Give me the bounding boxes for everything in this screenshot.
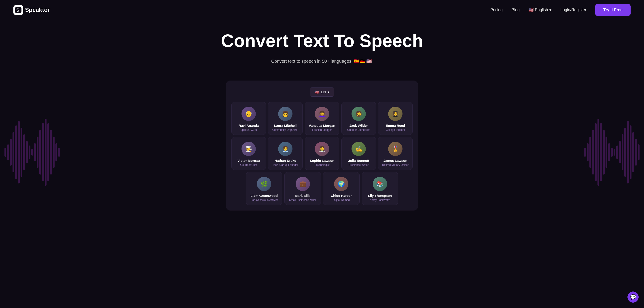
voice-role: Fashion Blogger: [308, 128, 336, 132]
avatar-emoji: ✍️: [355, 146, 362, 153]
voice-avatar: 🌍: [334, 177, 348, 191]
voice-role: Spiritual Guru: [234, 128, 263, 132]
voice-name: Victor Moreau: [234, 159, 263, 162]
voice-role: Eco-Conscious Activist: [249, 198, 280, 201]
chevron-down-icon: ▾: [328, 90, 330, 94]
avatar-emoji: 🧔: [355, 111, 362, 117]
voice-card[interactable]: 🧔 Jack Wilder Outdoor Enthusiast: [342, 102, 376, 135]
voice-name: James Lawson: [381, 159, 410, 162]
nav-language[interactable]: 🇺🇸 English ▾: [528, 7, 552, 12]
voice-role: Outdoor Enthusiast: [344, 128, 373, 132]
nav-login[interactable]: Login/Register: [560, 7, 586, 12]
avatar-emoji: 🌍: [338, 180, 345, 187]
voice-avatar: 👴: [242, 107, 256, 121]
voice-role: Psychologist: [308, 163, 336, 166]
logo[interactable]: S Speaktor: [14, 5, 50, 15]
try-free-button[interactable]: Try It Free: [595, 4, 630, 16]
voice-avatar: 👩‍⚕️: [315, 142, 329, 156]
lang-flag: 🇺🇸: [314, 90, 319, 94]
hero-title: Convert Text To Speech: [4, 31, 640, 51]
avatar-placeholder: 👨‍🍳: [242, 142, 256, 156]
avatar-placeholder: 💼: [296, 177, 310, 191]
avatar-placeholder: 👩‍🎓: [388, 107, 402, 121]
avatar-emoji: 🧑‍💼: [282, 146, 289, 153]
avatar-placeholder: 👩: [278, 107, 292, 121]
language-selector: 🇺🇸 EN ▾: [232, 88, 412, 97]
voice-name: Ravi Ananda: [234, 124, 263, 128]
avatar-placeholder: 👩‍🦱: [315, 107, 329, 121]
voice-name: Liam Greenwood: [249, 194, 280, 197]
language-label: English: [535, 7, 548, 12]
voice-role: College Student: [381, 128, 410, 132]
logo-box: S: [14, 5, 23, 15]
voice-avatar: 🧔: [352, 107, 366, 121]
voice-name: Jack Wilder: [344, 124, 373, 128]
voice-avatar: 👩‍🦱: [315, 107, 329, 121]
voice-card[interactable]: 👨‍🍳 Victor Moreau Gourmet Chef: [232, 137, 266, 170]
voice-grid-row1: 👴 Ravi Ananda Spiritual Guru 👩 Laura Mit…: [232, 102, 412, 135]
voice-card[interactable]: 👩‍🎓 Emma Reed College Student: [378, 102, 412, 135]
voice-avatar: 🎖️: [388, 142, 402, 156]
avatar-emoji: 👨‍🍳: [245, 146, 252, 153]
chat-bubble-button[interactable]: 💬: [628, 292, 639, 303]
nav-pricing[interactable]: Pricing: [490, 7, 503, 12]
flag-icon: 🇺🇸: [528, 7, 534, 12]
waveform-right: [584, 119, 640, 186]
voice-avatar: 💼: [296, 177, 310, 191]
voice-role: Gourmet Chef: [234, 163, 263, 166]
avatar-placeholder: 🌍: [334, 177, 348, 191]
voice-name: Vanessa Morgan: [308, 124, 336, 128]
avatar-placeholder: 👩‍⚕️: [315, 142, 329, 156]
voice-card[interactable]: 📚 Lily Thompson Nerdy Bookworm: [362, 172, 398, 205]
voice-role: Digital Nomad: [326, 198, 357, 201]
avatar-placeholder: 👴: [242, 107, 256, 121]
voice-name: Sophie Lawson: [308, 159, 336, 162]
navbar: S Speaktor Pricing Blog 🇺🇸 English ▾ Log…: [0, 0, 644, 20]
voice-card[interactable]: ✍️ Julia Bennett Freelance Writer: [342, 137, 376, 170]
voice-avatar: 🧑‍💼: [278, 142, 292, 156]
avatar-placeholder: 🧔: [352, 107, 366, 121]
nav-blog[interactable]: Blog: [512, 7, 520, 12]
hero-section: Convert Text To Speech Convert text to s…: [0, 20, 644, 81]
avatar-emoji: 🎖️: [392, 146, 399, 153]
voice-avatar: 👨‍🍳: [242, 142, 256, 156]
voice-card[interactable]: 🎖️ James Lawson Retired Military Officer: [378, 137, 412, 170]
voice-role: Freelance Writer: [344, 163, 373, 166]
brand-name: Speaktor: [25, 6, 50, 13]
voice-role: Nerdy Bookworm: [365, 198, 395, 201]
voice-card[interactable]: 👩 Laura Mitchell Community Organizer: [268, 102, 302, 135]
chat-icon: 💬: [630, 294, 636, 300]
voice-card[interactable]: 👴 Ravi Ananda Spiritual Guru: [232, 102, 266, 135]
voice-card[interactable]: 💼 Mark Ellis Small Business Owner: [284, 172, 321, 205]
voice-name: Emma Reed: [381, 124, 410, 128]
nav-links: Pricing Blog 🇺🇸 English ▾ Login/Register…: [490, 4, 630, 16]
voice-role: Retired Military Officer: [381, 163, 410, 166]
avatar-emoji: 👩: [282, 111, 289, 117]
hero-subtitle-text: Convert text to speech in 50+ languages: [271, 59, 352, 64]
avatar-emoji: 👴: [245, 111, 252, 117]
avatar-emoji: 👩‍⚕️: [318, 146, 326, 153]
voice-card[interactable]: 👩‍🦱 Vanessa Morgan Fashion Blogger: [305, 102, 339, 135]
voice-card[interactable]: 🌍 Chloe Harper Digital Nomad: [323, 172, 360, 205]
voice-name: Mark Ellis: [287, 194, 318, 197]
voice-card[interactable]: 🧑‍💼 Nathan Drake Tech Startup Founder: [268, 137, 302, 170]
voice-name: Chloe Harper: [326, 194, 357, 197]
flag-us: 🇺🇸: [365, 57, 373, 65]
avatar-emoji: 💼: [299, 180, 306, 187]
voice-name: Laura Mitchell: [271, 124, 300, 128]
avatar-placeholder: ✍️: [352, 142, 366, 156]
app-section: 🇺🇸 EN ▾ 👴 Ravi Ananda Spiritual Guru 👩 L…: [0, 81, 644, 224]
avatar-emoji: 📚: [376, 180, 384, 187]
voice-card[interactable]: 👩‍⚕️ Sophie Lawson Psychologist: [305, 137, 339, 170]
voice-name: Julia Bennett: [344, 159, 373, 162]
lang-selector-button[interactable]: 🇺🇸 EN ▾: [310, 88, 334, 97]
hero-subtitle: Convert text to speech in 50+ languages …: [4, 57, 640, 65]
voice-grid-row2: 👨‍🍳 Victor Moreau Gourmet Chef 🧑‍💼 Natha…: [232, 137, 412, 170]
voice-avatar: 👩‍🎓: [388, 107, 402, 121]
voice-role: Small Business Owner: [287, 198, 318, 201]
avatar-placeholder: 🎖️: [388, 142, 402, 156]
svg-text:S: S: [16, 7, 19, 12]
voice-avatar: 📚: [373, 177, 387, 191]
voice-card[interactable]: 🌿 Liam Greenwood Eco-Conscious Activist: [246, 172, 282, 205]
voice-role: Tech Startup Founder: [271, 163, 300, 166]
